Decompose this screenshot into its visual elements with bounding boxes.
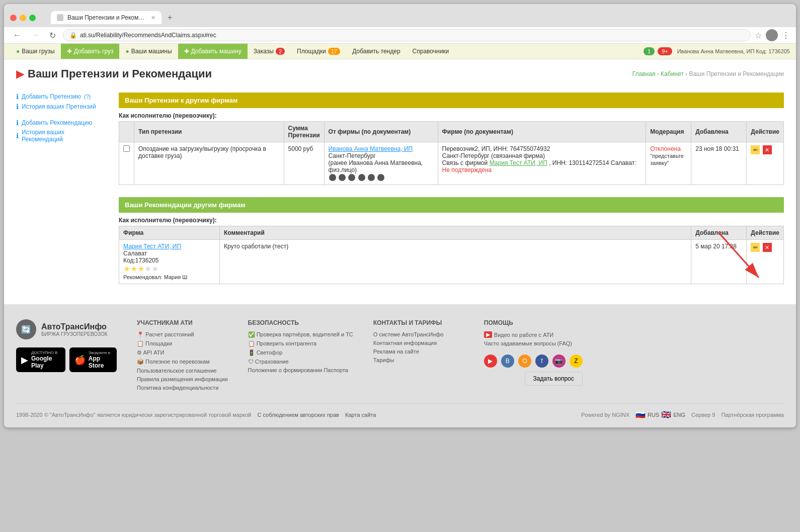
vk-icon[interactable]: В: [501, 354, 514, 368]
forward-button[interactable]: →: [28, 30, 42, 41]
footer-link-video[interactable]: ▶ Видео по работе с АТИ: [484, 331, 583, 338]
instagram-icon[interactable]: 📷: [552, 354, 566, 368]
footer-link-check-contractor[interactable]: 📋 Проверить контрагента: [248, 340, 353, 347]
maximize-button[interactable]: [29, 15, 36, 21]
bookmark-icon[interactable]: ☆: [755, 31, 762, 40]
col-claim-type: Тип претензии: [134, 122, 284, 142]
claim-delete-button[interactable]: ✕: [763, 145, 772, 154]
footer-link-platforms[interactable]: 📋 Площадки: [137, 340, 228, 347]
ru-flag-icon: 🇷🇺: [635, 410, 646, 419]
close-button[interactable]: [10, 15, 17, 21]
breadcrumb-cabinet[interactable]: Кабинет: [661, 70, 684, 77]
youtube-icon[interactable]: ▶: [484, 354, 497, 368]
nav-add-truck-label: Добавить машину: [191, 48, 242, 55]
en-flag-icon: 🇬🇧: [661, 410, 671, 419]
google-play-sub: ДОСТУПНО В: [31, 350, 60, 355]
footer-sitemap-link[interactable]: Карта сайта: [345, 412, 376, 418]
nav-your-cargo[interactable]: ● Ваши грузы: [10, 44, 61, 59]
claim-row: Опоздание на загрузку/выгрузку (просрочк…: [119, 142, 784, 185]
add-rec-link[interactable]: ℹ Добавить Рекомендацию: [16, 119, 107, 127]
footer-link-rules[interactable]: Правила размещения информации: [137, 376, 228, 382]
to-firm-status: Не подтверждена: [442, 166, 492, 173]
from-firm-name[interactable]: Иванова Анна Матвеевна, ИП: [329, 145, 413, 152]
claims-subsection: Как исполнителю (перевозчику):: [119, 108, 784, 121]
nav-directories-label: Справочники: [413, 48, 449, 55]
nav-add-tender[interactable]: Добавить тендер: [346, 44, 406, 59]
user-avatar[interactable]: [766, 29, 778, 41]
claims-table: Тип претензии Сумма Претензии От фирмы (…: [119, 121, 784, 185]
to-firm-city: Санкт-Петербург (связанная фирма): [442, 152, 545, 159]
footer-link-faq[interactable]: Часто задаваемые вопросы (FAQ): [484, 340, 583, 346]
rec-firm-cell: Мария Тест АТИ, ИП Салават Код:1736205 ★…: [119, 240, 220, 284]
footer-link-useful[interactable]: 📦 Полезное по перевозкам: [137, 359, 228, 365]
nav-add-cargo[interactable]: ✚ Добавить груз: [61, 44, 120, 59]
footer-link-insurance[interactable]: 🛡 Страхование: [248, 359, 353, 365]
google-play-name: Google Play: [31, 355, 60, 369]
breadcrumb-home[interactable]: Главная: [632, 70, 656, 77]
claim-history-link[interactable]: ℹ История ваших Претензий: [16, 103, 107, 111]
add-claim-link[interactable]: ℹ Добавить Претензию (?): [16, 93, 107, 101]
new-tab-button[interactable]: +: [164, 11, 176, 24]
nav-platforms[interactable]: Площадки 17: [291, 44, 346, 59]
rec-delete-button[interactable]: ✕: [763, 243, 772, 252]
nav-your-cargo-label: Ваши грузы: [22, 48, 54, 55]
status-indicator-1: 1: [644, 47, 655, 55]
col-added: Добавлена: [691, 122, 747, 142]
nav-orders[interactable]: Заказы 2: [248, 44, 291, 59]
back-button[interactable]: ←: [10, 30, 24, 41]
claim-actions: ✏ ✕: [747, 142, 784, 185]
rec-history-link[interactable]: ℹ История ваших Рекомендаций: [16, 129, 107, 143]
footer-link-tariffs[interactable]: Тарифы: [373, 357, 464, 363]
title-arrow-icon: ▶: [16, 68, 24, 80]
app-store-badge[interactable]: 🍎 Загрузите в App Store: [69, 347, 117, 372]
page-title: Ваши Претензии и Рекомендации: [28, 67, 212, 80]
google-play-badge[interactable]: ▶ ДОСТУПНО В Google Play: [16, 347, 65, 372]
footer-link-contact[interactable]: Контактная информация: [373, 340, 464, 346]
minimize-button[interactable]: [20, 15, 26, 21]
footer-link-distances[interactable]: 📍 Расчет расстояний: [137, 331, 228, 338]
to-firm-inn: 130114272514 Салават:: [569, 159, 636, 166]
lang-en[interactable]: ENG: [673, 412, 685, 418]
footer-link-agreement[interactable]: Пользовательское соглашение: [137, 368, 228, 374]
footer-link-passport[interactable]: Положение о формировании Паспорта: [248, 367, 353, 373]
rec-row: Мария Тест АТИ, ИП Салават Код:1736205 ★…: [119, 240, 784, 284]
from-firm: Иванова Анна Матвеевна, ИП Санкт-Петербу…: [324, 142, 438, 185]
footer-contacts-title: КОНТАКТЫ И ТАРИФЫ: [373, 319, 464, 326]
nav-directories[interactable]: Справочники: [407, 44, 455, 59]
nav-add-truck[interactable]: ✚ Добавить машину: [178, 44, 248, 59]
claim-history-label: История ваших Претензий: [22, 103, 96, 110]
claim-checkbox[interactable]: [123, 145, 130, 152]
claim-edit-button[interactable]: ✏: [751, 145, 760, 154]
nav-your-trucks[interactable]: ● Ваши машины: [119, 44, 178, 59]
facebook-icon[interactable]: f: [535, 354, 548, 368]
footer-link-ads[interactable]: Реклама на сайте: [373, 348, 464, 354]
footer-link-about[interactable]: О системе АвтоТрансИнфо: [373, 331, 464, 337]
claim-help-icon[interactable]: (?): [84, 94, 91, 100]
menu-button[interactable]: ⋮: [782, 31, 790, 40]
footer-link-privacy[interactable]: Политика конфиденциальности: [137, 385, 228, 391]
cargo-icon: ●: [16, 48, 20, 55]
ok-icon[interactable]: О: [518, 354, 531, 368]
tab-close-button[interactable]: ✕: [151, 15, 155, 21]
lang-ru[interactable]: RUS: [648, 412, 659, 418]
app-store-sub: Загрузите в: [89, 350, 112, 355]
claim-type: Опоздание на загрузку/выгрузку (просрочк…: [134, 142, 284, 185]
orders-badge: 2: [276, 48, 285, 55]
footer-link-check-partners[interactable]: ✅ Проверка партнёров, водителей и ТС: [248, 331, 353, 338]
footer-link-traffic[interactable]: 🚦 Светофор: [248, 349, 353, 356]
moderation-status: Отклонена: [650, 145, 681, 152]
to-firm-link[interactable]: Мария Тест АТИ, ИП: [490, 159, 547, 166]
rec-edit-button[interactable]: ✏: [751, 243, 760, 252]
footer-link-api[interactable]: ⚙ API АТИ: [137, 349, 228, 356]
reload-button[interactable]: ↻: [46, 30, 59, 41]
ask-question-button[interactable]: Задать вопрос: [525, 372, 583, 386]
tab-favicon: [57, 14, 63, 21]
zen-icon[interactable]: Z: [570, 354, 583, 368]
tab-title: Ваши Претензии и Рекоменд...: [67, 14, 147, 21]
col-added-rec: Добавлена: [691, 226, 747, 240]
address-bar[interactable]: ati.su/Reliability/RecommendsAndClaims.a…: [80, 32, 216, 39]
footer-help-title: ПОМОЩЬ: [484, 319, 583, 326]
browser-tab[interactable]: Ваши Претензии и Рекоменд... ✕: [51, 11, 162, 24]
rec-firm-name[interactable]: Мария Тест АТИ, ИП: [123, 243, 181, 250]
footer-privacy-link[interactable]: С соблюдением авторских прав: [257, 412, 339, 418]
